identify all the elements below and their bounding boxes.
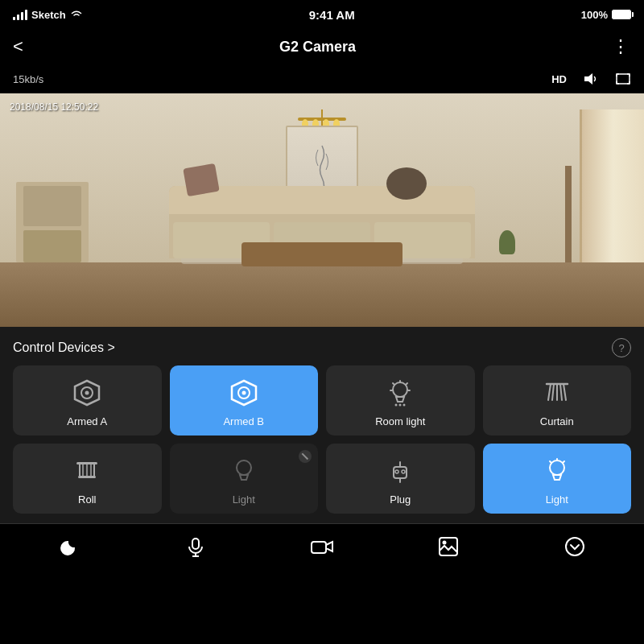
device-card-plug[interactable]: Plug: [326, 444, 475, 514]
section-title[interactable]: Control Devices >: [13, 341, 115, 355]
armed-b-icon: [228, 377, 260, 409]
svg-line-13: [393, 383, 394, 385]
page-title: G2 Camera: [279, 39, 356, 56]
controls-bar: 15kb/s HD: [0, 64, 644, 93]
svg-rect-27: [78, 476, 96, 478]
svg-line-22: [560, 384, 562, 400]
curtain-label: Curtain: [540, 415, 574, 427]
curtain-icon: [541, 377, 573, 409]
device-grid: Armed A Armed B: [13, 365, 631, 523]
svg-line-19: [548, 384, 551, 400]
volume-icon[interactable]: [583, 72, 599, 85]
svg-point-37: [550, 460, 564, 475]
coffee-table: [242, 242, 402, 266]
disabled-overlay: [299, 450, 312, 463]
svg-rect-24: [76, 462, 97, 464]
svg-point-34: [402, 470, 405, 473]
fullscreen-icon[interactable]: [615, 72, 631, 85]
signal-icon: [13, 10, 27, 20]
armed-a-label: Armed A: [67, 415, 107, 427]
light-active-icon: [541, 455, 573, 487]
svg-line-39: [563, 461, 564, 463]
svg-point-15: [399, 404, 402, 407]
bottom-panel: Control Devices > ? Armed A: [0, 327, 644, 523]
status-bar: Sketch 9:41 AM 100%: [0, 0, 644, 29]
svg-rect-1: [617, 74, 630, 84]
roll-label: Roll: [78, 493, 96, 506]
svg-rect-41: [192, 539, 199, 549]
back-button[interactable]: <: [13, 36, 23, 57]
camera-scene: [0, 93, 644, 327]
bottom-nav: [0, 523, 644, 568]
svg-line-20: [552, 384, 554, 400]
header: < G2 Camera ⋮: [0, 29, 644, 64]
battery-icon: [612, 10, 631, 19]
armed-a-icon: [71, 377, 103, 409]
svg-point-48: [566, 538, 584, 555]
nav-moon[interactable]: [52, 529, 87, 564]
plug-label: Plug: [390, 493, 411, 506]
svg-line-23: [564, 384, 566, 400]
help-button[interactable]: ?: [612, 338, 631, 357]
svg-marker-45: [326, 542, 332, 551]
carrier-label: Sketch: [31, 9, 66, 21]
battery-label: 100%: [581, 9, 608, 21]
room-light-icon: [384, 377, 416, 409]
nav-chevron-down[interactable]: [557, 529, 592, 564]
device-card-light-disabled[interactable]: Light: [170, 444, 319, 514]
nav-camera[interactable]: [304, 529, 340, 564]
svg-point-16: [403, 404, 406, 407]
room-light-label: Room light: [375, 415, 425, 427]
armed-b-label: Armed B: [223, 415, 264, 427]
svg-line-40: [550, 461, 551, 463]
device-card-roll[interactable]: Roll: [13, 444, 162, 514]
svg-point-31: [237, 460, 251, 475]
wifi-icon: [70, 10, 83, 19]
roll-icon: [71, 455, 103, 487]
device-card-curtain[interactable]: Curtain: [483, 365, 632, 436]
svg-rect-46: [440, 538, 457, 555]
device-card-light-active[interactable]: Light: [483, 444, 632, 514]
status-time: 9:41 AM: [309, 8, 355, 22]
light-active-label: Light: [546, 493, 568, 506]
svg-point-9: [393, 382, 407, 397]
light-disabled-icon: [228, 455, 260, 487]
svg-rect-44: [312, 542, 326, 553]
svg-point-33: [395, 470, 398, 473]
light-disabled-label: Light: [233, 493, 255, 506]
controls-right: HD: [551, 72, 631, 85]
nav-mic[interactable]: [178, 529, 213, 564]
section-header: Control Devices > ?: [13, 327, 631, 365]
svg-line-11: [407, 383, 408, 385]
svg-point-5: [85, 391, 89, 395]
hd-label[interactable]: HD: [551, 73, 567, 85]
device-card-armed-a[interactable]: Armed A: [13, 365, 162, 436]
camera-timestamp: 2018/08/15 12:50:22: [10, 101, 98, 113]
status-left: Sketch: [13, 9, 83, 21]
svg-marker-0: [584, 73, 592, 85]
svg-point-8: [242, 391, 246, 395]
camera-feed: 2018/08/15 12:50:22: [0, 93, 644, 327]
svg-point-47: [442, 540, 446, 544]
svg-point-17: [395, 404, 398, 407]
nav-gallery[interactable]: [431, 529, 466, 564]
status-right: 100%: [581, 9, 631, 21]
device-card-room-light[interactable]: Room light: [326, 365, 475, 436]
device-card-armed-b[interactable]: Armed B: [170, 365, 319, 436]
more-button[interactable]: ⋮: [612, 36, 631, 57]
bitrate-label: 15kb/s: [13, 73, 43, 85]
plug-icon: [384, 455, 416, 487]
